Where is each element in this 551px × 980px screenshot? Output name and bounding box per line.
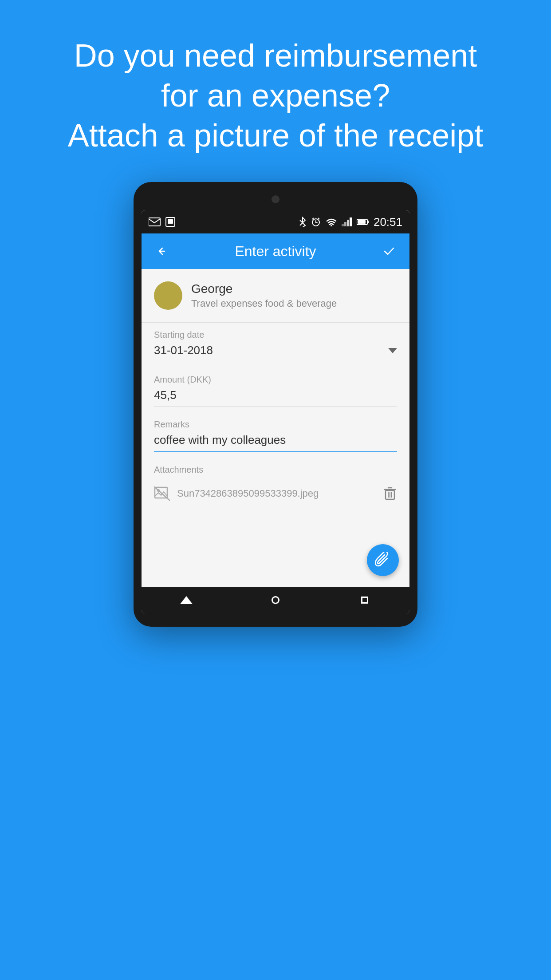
user-name: George	[191, 282, 337, 296]
app-bar: Enter activity	[142, 233, 409, 269]
hero-line1: Do you need reimbursement	[74, 38, 477, 73]
starting-date-field[interactable]: Starting date 31-01-2018	[142, 323, 409, 368]
svg-rect-7	[347, 220, 349, 226]
broken-image-icon	[154, 486, 170, 502]
nav-recent-button[interactable]	[354, 589, 376, 611]
battery-icon	[357, 218, 369, 225]
attachment-filename: Sun7342863895099533399.jpeg	[177, 488, 376, 499]
amount-label: Amount (DKK)	[154, 375, 397, 385]
back-button[interactable]	[152, 241, 172, 261]
amount-value[interactable]: 45,5	[154, 388, 397, 407]
recent-nav-icon	[361, 597, 368, 604]
phone-mockup: 20:51 Enter activity George Travel expe	[134, 182, 417, 627]
phone-camera	[272, 195, 279, 203]
fab-container	[142, 516, 409, 587]
svg-rect-8	[350, 217, 352, 226]
status-left-icons	[149, 217, 175, 227]
user-subtitle: Travel expenses food & beverage	[191, 298, 337, 309]
user-info: George Travel expenses food & beverage	[191, 282, 337, 309]
attachment-item: Sun7342863895099533399.jpeg	[154, 478, 397, 509]
status-right-icons: 20:51	[299, 215, 402, 229]
remarks-value[interactable]: coffee with my colleagues	[154, 433, 397, 452]
home-nav-icon	[272, 596, 279, 604]
date-text: 31-01-2018	[154, 344, 213, 357]
signal-icon	[342, 217, 352, 226]
paperclip-icon	[375, 552, 391, 568]
phone-screen: 20:51 Enter activity George Travel expe	[142, 210, 409, 613]
attachments-label: Attachments	[154, 465, 397, 475]
hero-line2: for an expense?	[161, 78, 390, 113]
notification-icon1	[149, 217, 161, 227]
confirm-button[interactable]	[379, 241, 399, 261]
svg-rect-2	[168, 219, 173, 224]
starting-date-value[interactable]: 31-01-2018	[154, 344, 397, 362]
starting-date-label: Starting date	[154, 330, 397, 340]
svg-rect-11	[358, 220, 366, 224]
status-time: 20:51	[374, 215, 402, 229]
svg-rect-0	[149, 218, 160, 226]
hero-text: Do you need reimbursement for an expense…	[32, 0, 519, 182]
amount-text: 45,5	[154, 388, 177, 402]
notification-icon2	[165, 217, 175, 227]
user-row: George Travel expenses food & beverage	[142, 269, 409, 323]
bluetooth-icon	[299, 217, 306, 227]
attach-fab-button[interactable]	[367, 544, 399, 576]
delete-attachment-button[interactable]	[383, 486, 397, 502]
remarks-text: coffee with my colleagues	[154, 433, 286, 447]
nav-home-button[interactable]	[264, 589, 287, 611]
alarm-icon	[311, 217, 321, 227]
svg-point-4	[331, 225, 332, 226]
svg-rect-6	[344, 222, 346, 226]
svg-rect-5	[342, 224, 344, 226]
wifi-icon	[326, 217, 337, 226]
hero-line3: Attach a picture of the receipt	[68, 118, 484, 153]
avatar	[154, 281, 182, 310]
nav-back-button[interactable]	[175, 589, 197, 611]
remarks-label: Remarks	[154, 419, 397, 430]
attachments-section: Attachments Sun7342863895099533399.jpeg	[142, 458, 409, 516]
app-bar-title: Enter activity	[172, 243, 379, 260]
remarks-field[interactable]: Remarks coffee with my colleagues	[142, 412, 409, 458]
amount-field[interactable]: Amount (DKK) 45,5	[142, 368, 409, 412]
bottom-nav	[142, 587, 409, 613]
svg-rect-10	[367, 221, 369, 223]
status-bar: 20:51	[142, 210, 409, 233]
dropdown-arrow-icon	[388, 348, 397, 353]
back-nav-icon	[180, 596, 193, 604]
